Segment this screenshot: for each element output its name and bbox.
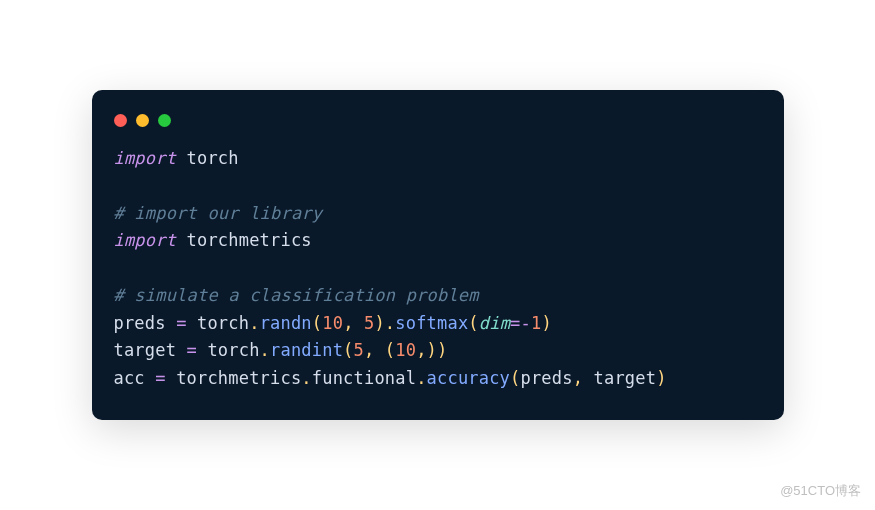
code-token: randn bbox=[260, 313, 312, 333]
code-token: acc bbox=[114, 368, 145, 388]
code-token: 5 bbox=[354, 340, 364, 360]
code-token: target bbox=[114, 340, 177, 360]
code-token: softmax bbox=[395, 313, 468, 333]
code-line: # import our library bbox=[114, 200, 762, 228]
code-token: ( bbox=[343, 340, 353, 360]
code-line: target = torch.randint(5, (10,)) bbox=[114, 337, 762, 365]
close-icon[interactable] bbox=[114, 114, 127, 127]
code-token: ,)) bbox=[416, 340, 447, 360]
code-token: ) bbox=[541, 313, 551, 333]
code-token bbox=[187, 313, 197, 333]
code-token bbox=[166, 313, 176, 333]
code-token: target bbox=[594, 368, 657, 388]
code-token: torchmetrics bbox=[187, 230, 312, 250]
code-token: , bbox=[573, 368, 583, 388]
code-token: torch bbox=[197, 313, 249, 333]
code-token: # simulate a classification problem bbox=[114, 285, 479, 305]
code-token: ( bbox=[468, 313, 478, 333]
watermark-text: @51CTO博客 bbox=[780, 482, 861, 500]
code-token bbox=[374, 340, 384, 360]
code-line: # simulate a classification problem bbox=[114, 282, 762, 310]
code-token bbox=[145, 368, 155, 388]
code-token: 10 bbox=[395, 340, 416, 360]
code-token: = bbox=[155, 368, 165, 388]
code-token: ( bbox=[312, 313, 322, 333]
code-line: import torchmetrics bbox=[114, 227, 762, 255]
code-token: , bbox=[364, 340, 374, 360]
maximize-icon[interactable] bbox=[158, 114, 171, 127]
code-token: ). bbox=[374, 313, 395, 333]
code-line bbox=[114, 172, 762, 200]
code-window: import torch # import our libraryimport … bbox=[92, 90, 784, 421]
code-token: functional bbox=[312, 368, 416, 388]
code-token bbox=[176, 148, 186, 168]
window-controls bbox=[92, 110, 784, 145]
code-token: ) bbox=[656, 368, 666, 388]
code-token: . bbox=[249, 313, 259, 333]
code-token: preds bbox=[521, 368, 573, 388]
code-token: = bbox=[176, 313, 186, 333]
code-token: preds bbox=[114, 313, 166, 333]
code-token: 1 bbox=[531, 313, 541, 333]
code-line: acc = torchmetrics.functional.accuracy(p… bbox=[114, 365, 762, 393]
minimize-icon[interactable] bbox=[136, 114, 149, 127]
code-token bbox=[197, 340, 207, 360]
code-token: . bbox=[416, 368, 426, 388]
code-token bbox=[176, 340, 186, 360]
code-token bbox=[176, 230, 186, 250]
code-token: dim bbox=[479, 313, 510, 333]
code-token: . bbox=[260, 340, 270, 360]
code-token: torch bbox=[187, 148, 239, 168]
code-token: =- bbox=[510, 313, 531, 333]
code-token: import bbox=[114, 230, 177, 250]
code-token: ( bbox=[385, 340, 395, 360]
code-token bbox=[354, 313, 364, 333]
code-token: ( bbox=[510, 368, 520, 388]
code-token bbox=[166, 368, 176, 388]
code-token: 5 bbox=[364, 313, 374, 333]
code-token: , bbox=[343, 313, 353, 333]
code-token: 10 bbox=[322, 313, 343, 333]
code-line: import torch bbox=[114, 145, 762, 173]
code-token: torch bbox=[207, 340, 259, 360]
code-line bbox=[114, 255, 762, 283]
code-line: preds = torch.randn(10, 5).softmax(dim=-… bbox=[114, 310, 762, 338]
code-token: # import our library bbox=[114, 203, 323, 223]
code-token: torchmetrics bbox=[176, 368, 301, 388]
code-content: import torch # import our libraryimport … bbox=[92, 145, 784, 393]
code-token: . bbox=[301, 368, 311, 388]
code-token bbox=[583, 368, 593, 388]
code-token: randint bbox=[270, 340, 343, 360]
code-token: accuracy bbox=[427, 368, 510, 388]
code-token: import bbox=[114, 148, 177, 168]
code-token: = bbox=[187, 340, 197, 360]
